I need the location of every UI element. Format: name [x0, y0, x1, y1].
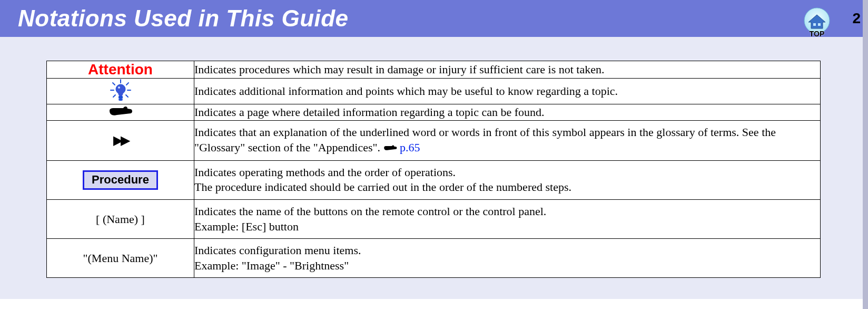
table-row: ▶▶ Indicates that an explanation of the … [47, 121, 821, 161]
symbol-cell-attention: Attention [47, 61, 194, 79]
name-button-desc-line1: Indicates the name of the buttons on the… [194, 204, 820, 219]
svg-line-4 [113, 83, 115, 85]
notations-table: Attention Indicates procedures which may… [46, 61, 821, 278]
svg-line-5 [126, 83, 129, 85]
desc-cell-tip: Indicates additional information and poi… [194, 79, 821, 104]
desc-cell-glossary: Indicates that an explanation of the und… [194, 121, 821, 161]
svg-rect-1 [813, 23, 816, 26]
desc-cell-menu-name: Indicates configuration menu items. Exam… [194, 239, 821, 278]
table-row: [ (Name) ] Indicates the name of the but… [47, 200, 821, 239]
top-button-label: TOP [810, 30, 825, 38]
svg-line-8 [113, 95, 115, 97]
desc-cell-attention: Indicates procedures which may result in… [194, 61, 821, 79]
svg-rect-2 [818, 23, 821, 26]
name-button-desc-line2: Example: [Esc] button [194, 219, 820, 235]
svg-rect-11 [119, 96, 123, 99]
svg-line-9 [126, 95, 128, 97]
page-body: Attention Indicates procedures which may… [0, 37, 868, 299]
symbol-cell-glossary: ▶▶ [47, 121, 194, 161]
lightbulb-tip-icon [109, 79, 132, 104]
symbol-cell-tip [47, 79, 194, 104]
symbol-cell-name-button: [ (Name) ] [47, 200, 194, 239]
table-row: Attention Indicates procedures which may… [47, 61, 821, 79]
table-row: Indicates a page where detailed informat… [47, 104, 821, 121]
scrollbar[interactable] [863, 0, 868, 309]
attention-label: Attention [88, 61, 153, 78]
name-button-label: [ (Name) ] [96, 213, 145, 226]
top-button[interactable]: TOP [798, 1, 835, 38]
page-title: Notations Used in This Guide [18, 5, 349, 32]
procedure-desc-line2: The procedure indicated should be carrie… [194, 180, 820, 195]
menu-name-desc-line2: Example: "Image" - "Brightness" [194, 258, 820, 274]
page-number: 2 [852, 10, 861, 27]
procedure-desc-line1: Indicates operating methods and the orde… [194, 165, 820, 180]
glossary-page-link[interactable]: p.65 [400, 141, 420, 154]
desc-cell-procedure: Indicates operating methods and the orde… [194, 160, 821, 199]
menu-name-desc-line1: Indicates configuration menu items. [194, 243, 820, 258]
svg-point-12 [119, 99, 123, 101]
table-row: Indicates additional information and poi… [47, 79, 821, 104]
svg-point-10 [116, 84, 125, 94]
table-row: Procedure Indicates operating methods an… [47, 160, 821, 199]
pointing-hand-icon [383, 141, 397, 156]
table-row: "(Menu Name)" Indicates configuration me… [47, 239, 821, 278]
header-bar: Notations Used in This Guide 2 TOP [0, 0, 868, 37]
symbol-cell-procedure: Procedure [47, 160, 194, 199]
menu-name-label: "(Menu Name)" [83, 252, 158, 265]
symbol-cell-menu-name: "(Menu Name)" [47, 239, 194, 278]
desc-cell-name-button: Indicates the name of the buttons on the… [194, 200, 821, 239]
fast-forward-icon: ▶▶ [113, 133, 128, 147]
desc-cell-page-ref: Indicates a page where detailed informat… [194, 104, 821, 121]
symbol-cell-page-ref [47, 104, 194, 121]
procedure-badge: Procedure [83, 170, 158, 190]
glossary-desc-text: Indicates that an explanation of the und… [194, 125, 776, 154]
svg-point-13 [118, 86, 120, 89]
pointing-hand-icon [108, 104, 133, 120]
